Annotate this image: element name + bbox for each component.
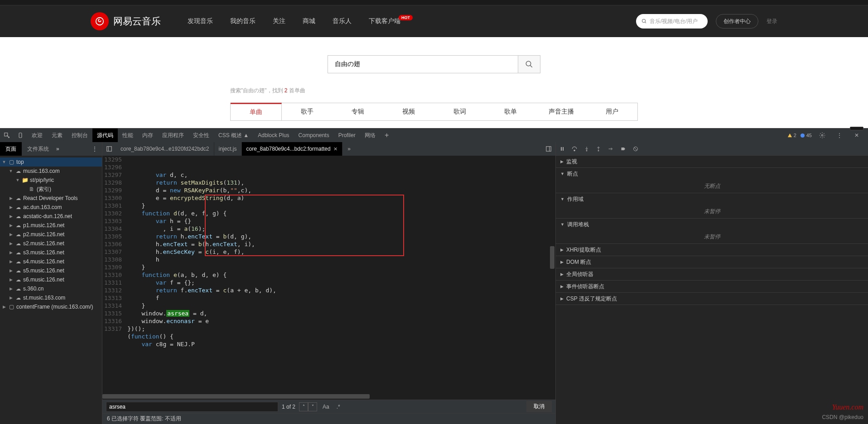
tree-item[interactable]: ☁s.360.cn (0, 284, 102, 293)
tree-item[interactable]: ☁acstatic-dun.126.net (0, 212, 102, 221)
login-link[interactable]: 登录 (767, 18, 777, 25)
panel-header[interactable]: ▼作用域 (556, 193, 868, 205)
tree-item[interactable]: ☁music.163.com (0, 167, 102, 176)
add-tab-icon[interactable]: + (380, 129, 394, 142)
tree-item[interactable]: 🗎(索引) (0, 185, 102, 194)
pause-on-exceptions-icon[interactable] (633, 146, 638, 152)
nav-my-music[interactable]: 我的音乐 (222, 5, 264, 37)
panel-header[interactable]: ▶事件侦听器断点 (556, 281, 868, 292)
pause-icon[interactable] (559, 146, 565, 152)
step-icon[interactable] (608, 146, 614, 152)
devtools-tab[interactable]: 性能 (118, 129, 138, 142)
search-prev-button[interactable]: ˄ (299, 402, 308, 411)
code-area[interactable]: 1329513296132971329813299133001330113302… (102, 156, 555, 393)
panel-header[interactable]: ▶XHR/提取断点 (556, 244, 868, 256)
search-next-button[interactable]: ˅ (308, 402, 317, 411)
navigator-tab-page[interactable]: 页面 (0, 142, 22, 156)
tree-item[interactable]: ▢contentFrame (music.163.com/) (0, 302, 102, 311)
devtools-tab[interactable]: 源代码 (92, 129, 118, 142)
tree-item[interactable]: ☁s6.music.126.net (0, 275, 102, 284)
tab-playlist[interactable]: 歌单 (485, 103, 536, 120)
nav-follow[interactable]: 关注 (264, 5, 294, 37)
tab-artist[interactable]: 歌手 (282, 103, 333, 120)
nav-download[interactable]: 下载客户端 HOT (360, 5, 409, 37)
page-search-button[interactable] (518, 55, 540, 73)
tree-item[interactable]: ☁p2.music.126.net (0, 230, 102, 239)
close-tab-icon[interactable]: ✕ (333, 146, 338, 152)
tree-item[interactable]: ☁s3.music.126.net (0, 248, 102, 257)
tree-item[interactable]: ☁ac.dun.163.com (0, 203, 102, 212)
devtools-tab[interactable]: 内存 (138, 129, 158, 142)
device-toggle-icon[interactable] (14, 129, 27, 142)
deactivate-breakpoints-icon[interactable] (620, 146, 627, 152)
info-count[interactable]: 45 (800, 133, 812, 138)
devtools-tab[interactable]: 欢迎 (27, 129, 47, 142)
devtools-drag-handle[interactable] (850, 127, 863, 130)
tab-voice[interactable]: 声音主播 (536, 103, 587, 120)
step-over-icon[interactable] (571, 146, 578, 152)
tree-item[interactable]: ☁React Developer Tools (0, 194, 102, 203)
editor-tab[interactable]: core_8ab780e9c4...e1920fd242bdc2 (116, 142, 214, 156)
step-out-icon[interactable] (596, 146, 601, 152)
devtools-tab[interactable]: 应用程序 (158, 129, 188, 142)
inspect-element-icon[interactable] (0, 129, 14, 142)
toggle-debugger-icon[interactable] (542, 146, 555, 152)
warning-count[interactable]: 2 (787, 133, 796, 138)
panel-header[interactable]: ▼调用堆栈 (556, 219, 868, 230)
creator-center-button[interactable]: 创作者中心 (716, 14, 758, 29)
panel-header[interactable]: ▶全局侦听器 (556, 268, 868, 280)
devtools-tab[interactable]: 安全性 (188, 129, 214, 142)
file-tree[interactable]: ▢top☁music.163.com📁st/pip/lyric🗎(索引)☁Rea… (0, 156, 102, 424)
devtools-tab[interactable]: CSS 概述 ▲ (214, 129, 253, 142)
panel-header[interactable]: ▶CSP 违反了规定断点 (556, 293, 868, 305)
toggle-navigator-icon[interactable] (102, 146, 116, 152)
header-search[interactable] (636, 14, 708, 29)
editor-tab[interactable]: core_8ab780e9c4...bdc2:formatted✕ (242, 142, 342, 156)
tree-item[interactable]: ☁s4.music.126.net (0, 257, 102, 266)
editor-scrollbar-vertical[interactable] (549, 156, 555, 393)
search-input[interactable] (106, 402, 278, 412)
tab-user[interactable]: 用户 (587, 103, 637, 120)
panel-header[interactable]: ▶监视 (556, 156, 868, 167)
panel-header[interactable]: ▼断点 (556, 168, 868, 180)
panel-body: 未暂停 (556, 205, 868, 218)
nav-musician[interactable]: 音乐人 (324, 5, 360, 37)
step-into-icon[interactable] (584, 146, 589, 152)
tree-item[interactable]: 📁st/pip/lyric (0, 176, 102, 185)
search-regex-toggle[interactable]: .* (335, 404, 342, 410)
tab-video[interactable]: 视频 (383, 103, 434, 120)
panel-header[interactable]: ▶DOM 断点 (556, 256, 868, 268)
devtools-tab[interactable]: 元素 (47, 129, 67, 142)
search-cancel-button[interactable]: 取消 (526, 401, 552, 412)
svg-point-19 (598, 150, 599, 151)
search-case-toggle[interactable]: Aa (321, 404, 331, 410)
tab-album[interactable]: 专辑 (333, 103, 383, 120)
devtools-tab[interactable]: 控制台 (67, 129, 92, 142)
tree-item[interactable]: ☁s2.music.126.net (0, 239, 102, 248)
tree-item[interactable]: ☁st.music.163.com (0, 293, 102, 302)
navigator-tab-filesystem[interactable]: 文件系统 (22, 142, 54, 156)
devtools-tab[interactable]: 网络 (360, 129, 380, 142)
editor-scrollbar-horizontal[interactable] (102, 393, 555, 400)
tree-item[interactable]: ☁s5.music.126.net (0, 266, 102, 275)
navigator-menu-icon[interactable]: ⋮ (87, 146, 102, 152)
navigator-more-icon[interactable]: » (56, 146, 59, 152)
tree-item[interactable]: ▢top (0, 157, 102, 167)
code-content[interactable]: var d, c, return setMaxDigits(131), d = … (125, 156, 555, 393)
devtools-tab[interactable]: Adblock Plus (253, 129, 294, 142)
close-devtools-icon[interactable]: ✕ (850, 129, 863, 142)
editor-tab[interactable]: inject.js (214, 142, 242, 156)
page-search-input[interactable] (328, 55, 518, 73)
nav-discover[interactable]: 发现音乐 (179, 5, 222, 37)
devtools-tab[interactable]: Profiler (334, 129, 360, 142)
more-menu-icon[interactable]: ⋮ (833, 129, 846, 142)
settings-icon[interactable] (815, 129, 829, 142)
tree-item[interactable]: ☁p1.music.126.net (0, 221, 102, 230)
header-search-input[interactable] (650, 18, 702, 24)
tab-song[interactable]: 单曲 (231, 103, 282, 120)
brand-logo[interactable]: 网易云音乐 (91, 12, 161, 30)
devtools-tab[interactable]: Components (294, 129, 334, 142)
nav-store[interactable]: 商城 (294, 5, 324, 37)
more-tabs-icon[interactable]: » (342, 146, 356, 152)
tab-lyric[interactable]: 歌词 (434, 103, 485, 120)
